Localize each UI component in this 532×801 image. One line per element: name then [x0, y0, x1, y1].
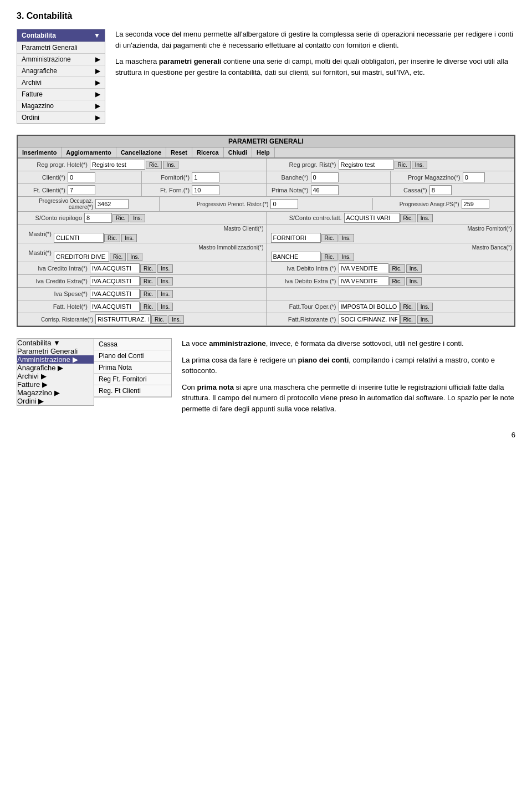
input-reg-hotel[interactable]	[90, 160, 145, 170]
input-iva-deb-intra[interactable]	[339, 263, 388, 273]
toolbar-ricerca[interactable]: Ricerca	[192, 147, 224, 157]
ins-reg-hotel[interactable]: Ins.	[163, 161, 178, 169]
ins-fatt-rist[interactable]: Ins.	[417, 315, 433, 324]
ins-sconto-riep[interactable]: Ins.	[130, 214, 145, 222]
sidebar2-item-fatture[interactable]: Fatture ▶	[17, 380, 94, 389]
ins-mastro-clienti[interactable]: Ins.	[121, 234, 137, 242]
input-ft-clienti[interactable]	[68, 185, 95, 195]
ric-fatt-tour[interactable]: Ric.	[400, 303, 416, 311]
sidebar-item-parametri-1[interactable]: Parametri Generali	[17, 42, 105, 53]
ins-iva-cred-extra[interactable]: Ins.	[157, 277, 173, 285]
ric-iva-cred-extra[interactable]: Ric.	[140, 277, 156, 285]
ric-mastro-immob[interactable]: Ric.	[110, 253, 126, 261]
sidebar-item-archivi-1[interactable]: Archivi ▶	[17, 76, 105, 88]
menu-title-2[interactable]: Contabilita ▼	[17, 339, 94, 347]
input-sconto-riep[interactable]	[84, 213, 112, 223]
ins-mastro-immob[interactable]: Ins.	[127, 253, 142, 261]
input-mastro-banca[interactable]	[271, 252, 321, 262]
input-reg-rist[interactable]	[339, 160, 394, 170]
ins-fatt-tour[interactable]: Ins.	[417, 303, 433, 311]
ric-iva-deb-extra[interactable]: Ric.	[389, 277, 405, 285]
input-prog-anagr[interactable]	[462, 199, 489, 209]
ins-fatt-hotel[interactable]: Ins.	[157, 303, 173, 311]
input-clienti[interactable]	[68, 172, 95, 182]
sidebar-item-magazzino-1[interactable]: Magazzino ▶	[17, 100, 105, 111]
ric-reg-hotel[interactable]: Ric.	[146, 161, 162, 169]
input-fatt-tour[interactable]	[339, 302, 400, 312]
ric-mastro-fornitori[interactable]: Ric.	[321, 234, 337, 242]
input-prog-occ[interactable]	[95, 199, 129, 209]
ins-mastro-banca[interactable]: Ins.	[339, 253, 354, 261]
toolbar-aggiornamento[interactable]: Aggiornamento	[62, 147, 116, 157]
ric-corrisp-rist[interactable]: Ric.	[151, 315, 167, 324]
sidebar-item-fatture-1[interactable]: Fatture ▶	[17, 88, 105, 100]
ins-sconto-contro[interactable]: Ins.	[417, 214, 433, 222]
ric-sconto-contro[interactable]: Ric.	[400, 214, 416, 222]
input-prima-nota[interactable]	[311, 185, 339, 195]
arrow-icon: ▶	[95, 114, 100, 121]
input-iva-spese[interactable]	[90, 289, 140, 299]
input-mastro-clienti[interactable]	[54, 233, 104, 243]
sidebar2-item-parametri[interactable]: Parametri Generali	[17, 347, 94, 355]
ins-iva-spese[interactable]: Ins.	[157, 290, 173, 298]
submenu-piano-conti[interactable]: Piano dei Conti	[94, 350, 171, 362]
sidebar-item-anagrafiche-1[interactable]: Anagrafiche ▶	[17, 65, 105, 76]
input-iva-cred-intra[interactable]	[90, 263, 140, 273]
submenu-reg-fornitori[interactable]: Reg Ft. Fornitori	[94, 374, 171, 385]
input-mastro-fornitori[interactable]	[271, 233, 321, 243]
ric-reg-rist[interactable]: Ric.	[395, 161, 411, 169]
ric-iva-cred-intra[interactable]: Ric.	[140, 264, 156, 273]
sidebar2-item-label: Parametri Generali	[17, 347, 78, 355]
input-mastro-immob[interactable]	[54, 252, 109, 262]
sidebar-item-ordini-1[interactable]: Ordini ▶	[17, 111, 105, 123]
input-prog-prenot[interactable]	[270, 199, 298, 209]
ric-mastro-banca[interactable]: Ric.	[321, 253, 337, 261]
toolbar-cancellazione[interactable]: Cancellazione	[116, 147, 166, 157]
input-banche[interactable]	[311, 172, 339, 182]
ins-mastro-fornitori[interactable]: Ins.	[339, 234, 354, 242]
submenu-cassa[interactable]: Cassa	[94, 339, 171, 350]
arrow-icon: ▶	[58, 364, 63, 372]
label-prog-occ: Progressivo Occupaz. camere(*)	[18, 197, 95, 211]
ins-iva-cred-intra[interactable]: Ins.	[157, 264, 173, 273]
ins-iva-deb-extra[interactable]: Ins.	[406, 277, 422, 285]
sidebar2-item-anagrafiche[interactable]: Anagrafiche ▶	[17, 364, 94, 372]
submenu-prima-nota[interactable]: Prima Nota	[94, 362, 171, 374]
input-fatt-rist[interactable]	[339, 314, 400, 324]
ric-sconto-riep[interactable]: Ric.	[112, 214, 129, 222]
ric-iva-spese[interactable]: Ric.	[140, 290, 156, 298]
ric-mastro-clienti[interactable]: Ric.	[104, 234, 120, 242]
sidebar2-item-amministrazione[interactable]: Amministrazione ▶	[17, 355, 94, 364]
ins-iva-deb-intra[interactable]: Ins.	[406, 264, 422, 273]
input-ft-forn[interactable]	[192, 185, 219, 195]
ric-fatt-rist[interactable]: Ric.	[400, 315, 416, 324]
input-corrisp-rist[interactable]	[95, 314, 151, 324]
input-fornitori[interactable]	[192, 172, 219, 182]
input-iva-cred-extra[interactable]	[90, 276, 140, 286]
sidebar2-item-archivi[interactable]: Archivi ▶	[17, 372, 94, 380]
input-cassa[interactable]	[429, 185, 452, 195]
ric-fatt-hotel[interactable]: Ric.	[140, 303, 156, 311]
ins-reg-rist[interactable]: Ins.	[412, 161, 427, 169]
input-sconto-contro[interactable]	[344, 213, 400, 223]
toolbar-reset[interactable]: Reset	[166, 147, 192, 157]
toolbar-chiudi[interactable]: Chiudi	[224, 147, 252, 157]
toolbar-help[interactable]: Help	[252, 147, 275, 157]
sidebar-menu-1: Contabilita ▼ Parametri Generali Amminis…	[17, 29, 105, 124]
submenu-reg-clienti[interactable]: Reg. Ft Clienti	[94, 385, 171, 397]
para2: La maschera parametri generali contiene …	[115, 56, 515, 78]
input-fatt-hotel[interactable]	[90, 302, 140, 312]
menu-title-label-1: Contabilita	[22, 32, 56, 39]
input-progr-mag[interactable]	[463, 172, 485, 182]
bottom-section: Contabilita ▼ Parametri Generali Amminis…	[17, 338, 515, 420]
arrow-icon: ▶	[95, 90, 100, 98]
ric-iva-deb-intra[interactable]: Ric.	[389, 264, 405, 273]
sidebar2-item-ordini[interactable]: Ordini ▶	[17, 397, 94, 405]
sidebar-item-amministrazione-1[interactable]: Amministrazione ▶	[17, 53, 105, 65]
sidebar2-item-magazzino[interactable]: Magazzino ▶	[17, 389, 94, 397]
menu-title-1[interactable]: Contabilita ▼	[17, 29, 105, 42]
toolbar-inserimento[interactable]: Inserimento	[18, 147, 62, 157]
input-iva-deb-extra[interactable]	[339, 276, 388, 286]
ins-corrisp-rist[interactable]: Ins.	[168, 315, 184, 324]
label-mastri-2: Mastri(*)	[18, 248, 54, 257]
